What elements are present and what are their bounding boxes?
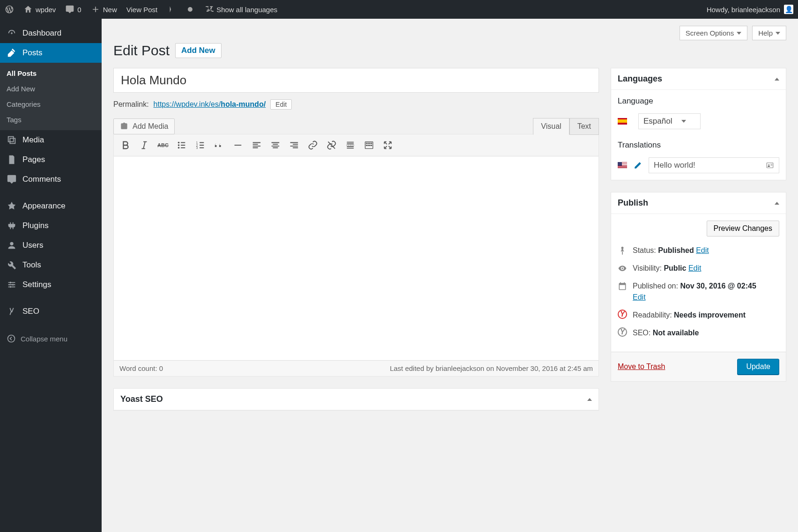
tab-text[interactable]: Text	[569, 118, 599, 135]
svg-rect-16	[368, 145, 370, 146]
menu-pages[interactable]: Pages	[0, 150, 102, 170]
translation-input[interactable]: Hello world!	[649, 157, 779, 173]
svg-rect-14	[370, 143, 372, 144]
translations-label: Translations	[618, 140, 779, 150]
submenu-categories[interactable]: Categories	[0, 96, 102, 112]
unlink-icon[interactable]	[324, 137, 340, 153]
svg-rect-12	[366, 143, 368, 144]
screen-options-button[interactable]: Screen Options	[680, 26, 747, 40]
chevron-up-icon	[587, 398, 592, 401]
editor: ABC 123	[113, 134, 599, 377]
svg-point-1	[9, 282, 11, 284]
status-dot-icon[interactable]	[185, 5, 195, 14]
svg-point-19	[768, 164, 769, 166]
calendar-icon	[618, 281, 627, 291]
hr-icon[interactable]	[230, 137, 246, 153]
user-greeting[interactable]: Howdy, brianleejackson	[707, 6, 780, 14]
svg-point-2	[12, 284, 14, 286]
svg-point-0	[188, 7, 192, 12]
eye-icon	[618, 264, 627, 273]
permalink-row: Permalink: https://wpdev.ink/es/hola-mun…	[113, 99, 599, 110]
add-media-button[interactable]: Add Media	[113, 118, 175, 134]
edit-status-link[interactable]: Edit	[696, 246, 709, 254]
collapse-menu[interactable]: Collapse menu	[0, 328, 102, 349]
menu-settings[interactable]: Settings	[0, 275, 102, 295]
languages-metabox-header[interactable]: Languages	[611, 68, 786, 90]
tab-visual[interactable]: Visual	[533, 118, 569, 135]
languages-toolbar-link[interactable]: Show all languages	[204, 5, 277, 14]
languages-metabox: Languages Language Español Translations	[611, 68, 786, 180]
menu-users[interactable]: Users	[0, 236, 102, 255]
menu-tools[interactable]: Tools	[0, 255, 102, 275]
svg-point-3	[9, 286, 11, 288]
publish-metabox-header[interactable]: Publish	[611, 192, 786, 214]
update-button[interactable]: Update	[737, 359, 779, 375]
edit-visibility-link[interactable]: Edit	[688, 264, 702, 272]
help-button[interactable]: Help	[752, 26, 786, 40]
yoast-readability-icon: Y	[618, 310, 627, 319]
svg-point-7	[178, 147, 180, 149]
strikethrough-icon[interactable]: ABC	[155, 137, 171, 153]
flag-spain-icon	[618, 118, 627, 125]
submenu-add-new[interactable]: Add New	[0, 81, 102, 96]
view-post-link[interactable]: View Post	[126, 6, 157, 14]
site-link[interactable]: wpdev	[23, 5, 56, 14]
italic-icon[interactable]	[136, 137, 152, 153]
blockquote-icon[interactable]	[211, 137, 227, 153]
fullscreen-icon[interactable]	[380, 137, 396, 153]
bullet-list-icon[interactable]	[174, 137, 190, 153]
admin-toolbar: wpdev 0 New View Post Show all languages…	[0, 0, 798, 19]
menu-appearance[interactable]: Appearance	[0, 196, 102, 216]
svg-point-5	[178, 142, 180, 144]
svg-rect-13	[368, 143, 370, 144]
submenu-all-posts[interactable]: All Posts	[0, 66, 102, 81]
admin-sidebar: Dashboard Posts All Posts Add New Catego…	[0, 19, 102, 532]
numbered-list-icon[interactable]: 123	[192, 137, 208, 153]
language-select[interactable]: Español	[638, 113, 701, 129]
align-right-icon[interactable]	[286, 137, 302, 153]
chevron-down-icon	[776, 32, 780, 35]
last-edited: Last edited by brianleejackson on Novemb…	[390, 364, 593, 372]
chevron-down-icon	[737, 32, 741, 35]
main-content: Screen Options Help Edit Post Add New Pe…	[102, 19, 798, 532]
language-label: Language	[618, 96, 779, 106]
menu-comments[interactable]: Comments	[0, 170, 102, 189]
pin-icon	[618, 246, 627, 255]
yoast-toolbar-icon[interactable]	[167, 5, 176, 14]
pencil-icon[interactable]	[634, 161, 642, 170]
permalink-link[interactable]: https://wpdev.ink/es/hola-mundo/	[154, 100, 266, 109]
svg-rect-17	[370, 145, 372, 146]
menu-plugins[interactable]: Plugins	[0, 216, 102, 236]
menu-seo[interactable]: SEO	[0, 302, 102, 321]
preview-changes-button[interactable]: Preview Changes	[707, 221, 779, 236]
comments-link[interactable]: 0	[65, 5, 81, 14]
submenu-tags[interactable]: Tags	[0, 112, 102, 127]
chevron-up-icon	[775, 202, 779, 205]
move-to-trash-link[interactable]: Move to Trash	[618, 362, 665, 371]
align-center-icon[interactable]	[267, 137, 283, 153]
chevron-up-icon	[775, 78, 779, 81]
page-title: Edit Post	[113, 43, 170, 59]
edit-permalink-button[interactable]: Edit	[270, 99, 292, 110]
contact-card-icon[interactable]	[766, 161, 774, 170]
bold-icon[interactable]	[118, 137, 133, 153]
link-icon[interactable]	[305, 137, 321, 153]
add-new-button[interactable]: Add New	[175, 43, 222, 58]
svg-rect-15	[366, 145, 368, 146]
edit-date-link[interactable]: Edit	[633, 293, 646, 301]
flag-usa-icon	[618, 162, 627, 169]
wp-logo[interactable]	[5, 5, 14, 14]
yoast-seo-metabox-header[interactable]: Yoast SEO	[114, 389, 598, 410]
post-title-input[interactable]	[113, 68, 599, 93]
svg-point-6	[178, 144, 180, 146]
editor-content[interactable]	[114, 156, 598, 360]
menu-posts[interactable]: Posts	[0, 43, 102, 63]
user-avatar[interactable]: 👤	[784, 5, 793, 14]
readmore-icon[interactable]	[342, 137, 358, 153]
toolbar-toggle-icon[interactable]	[361, 137, 377, 153]
align-left-icon[interactable]	[249, 137, 265, 153]
menu-dashboard[interactable]: Dashboard	[0, 23, 102, 43]
yoast-seo-icon: Y	[618, 327, 627, 337]
menu-media[interactable]: Media	[0, 130, 102, 150]
new-content-link[interactable]: New	[91, 5, 117, 14]
